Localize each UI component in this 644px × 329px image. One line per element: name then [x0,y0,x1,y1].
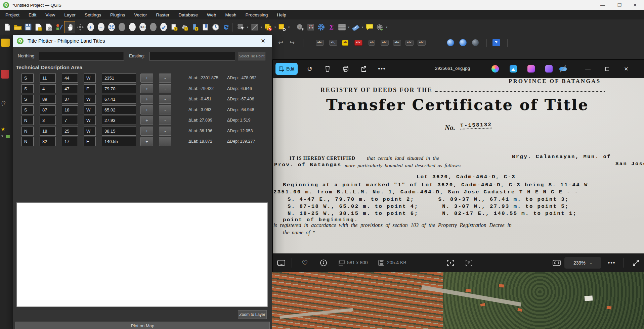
attribute-table-dropdown[interactable]: ▾ [347,26,350,29]
ew-input[interactable]: W [84,95,96,104]
zoom-last-icon[interactable] [148,21,158,33]
rotate-label-icon[interactable]: abc [405,39,414,47]
web-globe-icon[interactable] [459,39,467,47]
ew-input[interactable]: E [84,84,96,93]
select-by-expression-dropdown[interactable]: ▾ [273,26,277,29]
menu-processing[interactable]: Processing [246,12,268,17]
minutes-input[interactable]: 44 [62,74,78,83]
new-map-view-icon[interactable] [169,21,179,33]
pan-to-selection-icon[interactable] [75,21,85,33]
copilot-icon[interactable] [491,65,499,73]
tree-expander-icon[interactable]: ▾ [1,134,3,138]
ns-input[interactable]: N [22,137,34,146]
measure-line-icon[interactable] [350,21,361,33]
add-row-button[interactable]: + [140,127,153,136]
easting-input[interactable] [149,52,235,60]
select-by-form-icon[interactable] [305,21,316,33]
run-feature-action-dropdown[interactable]: ▾ [385,26,388,29]
photos-maximize-button[interactable] [602,64,612,74]
pan-map-icon[interactable] [65,21,75,33]
deselect-features-icon[interactable] [249,21,260,33]
ew-input[interactable]: E [84,137,96,146]
add-row-button[interactable]: + [140,137,153,146]
ew-input[interactable]: W [84,127,96,136]
minutes-input[interactable]: 37 [62,95,78,104]
ns-input[interactable]: N [22,127,34,136]
menu-project[interactable]: Project [5,12,19,17]
menu-web[interactable]: Web [207,12,216,17]
menu-mesh[interactable]: Mesh [225,12,237,17]
new-elevation-profile-icon[interactable] [189,21,200,33]
remove-row-button[interactable]: - [159,116,171,125]
distance-input[interactable]: 79.70 [102,84,136,93]
ew-input[interactable]: W [84,105,96,114]
dialog-close-icon[interactable]: ✕ [259,37,267,45]
processing-toolbox-icon[interactable] [316,21,326,33]
zoom-native-icon[interactable]: (1:1) [137,21,148,33]
delete-icon[interactable] [323,64,333,74]
add-row-button[interactable]: + [140,95,153,104]
highlight-labels-icon[interactable]: abc [381,39,389,47]
measure-dropdown[interactable]: ▾ [361,26,364,29]
zoom-to-selection-icon[interactable] [117,21,127,33]
visual-search-icon[interactable] [445,258,456,268]
zoom-full-icon[interactable] [106,21,117,33]
menu-view[interactable]: View [45,12,55,17]
new-print-layout-icon[interactable] [33,21,44,33]
see-more-icon[interactable]: ••• [377,64,387,74]
new-project-icon[interactable] [2,21,12,33]
degrees-input[interactable]: 11 [40,74,56,83]
diagram-options-icon[interactable]: ab, [329,39,337,47]
new-3d-map-view-icon[interactable] [179,21,189,33]
menu-settings[interactable]: Settings [85,12,101,17]
ns-input[interactable]: S [22,95,34,104]
minutes-input[interactable]: 17 [62,137,78,146]
distance-input[interactable]: 27.93 [102,116,136,125]
layout-manager-icon[interactable] [44,21,54,33]
select-by-expression-icon[interactable] [263,21,273,33]
plot-on-map-button[interactable]: Plot on Map [15,322,270,329]
help-icon[interactable]: ? [492,39,500,47]
distance-input[interactable]: 65.02 [102,105,136,114]
designer-icon[interactable] [527,65,535,73]
northing-input[interactable] [39,52,124,60]
ew-input[interactable]: W [84,74,96,83]
remove-row-button[interactable]: - [159,137,171,146]
degrees-input[interactable]: 82 [40,137,56,146]
undo-icon[interactable]: ↩ [278,39,283,47]
save-project-icon[interactable] [23,21,33,33]
select-tie-point-button[interactable]: Select Tie Point [238,52,265,60]
clipchamp-icon[interactable] [545,65,553,73]
statistics-icon[interactable]: Σ [326,21,337,33]
degrees-input[interactable]: 87 [40,105,56,114]
photos-minimize-button[interactable]: — [583,64,593,74]
minutes-input[interactable]: 47 [62,84,78,93]
ns-input[interactable]: S [22,105,34,114]
add-row-button[interactable]: + [140,116,153,125]
deselect-features-dropdown[interactable]: ▾ [260,26,263,29]
edit-button[interactable]: Edit [275,63,298,75]
search-globe-icon[interactable] [472,39,479,47]
zoom-to-layer-icon[interactable] [127,21,137,33]
menu-layer[interactable]: Layer [64,12,76,17]
degrees-input[interactable]: 3 [40,116,56,125]
select-features-icon[interactable] [235,21,246,33]
attribute-table-icon[interactable] [337,21,347,33]
menu-database[interactable]: Database [178,12,198,17]
menu-edit[interactable]: Edit [29,12,36,17]
degrees-input[interactable]: 4 [40,84,56,93]
degrees-input[interactable]: 18 [40,127,56,136]
photos-app-icon[interactable] [510,65,517,73]
remove-row-button[interactable]: - [159,127,171,136]
layer-styling-icon[interactable] [1,70,9,79]
photos-close-button[interactable]: ✕ [621,64,631,74]
fullscreen-icon[interactable] [631,258,641,268]
distance-input[interactable]: 2351 [102,74,136,83]
open-project-icon[interactable] [12,21,23,33]
plot-preview-area[interactable] [16,202,268,307]
change-label-icon[interactable]: abc [418,39,426,47]
labeling-options-icon[interactable]: abc [316,39,324,47]
zoom-out-icon[interactable]: − [96,21,106,33]
add-row-button[interactable]: + [140,105,153,114]
label-red-icon[interactable]: abc [354,39,362,47]
